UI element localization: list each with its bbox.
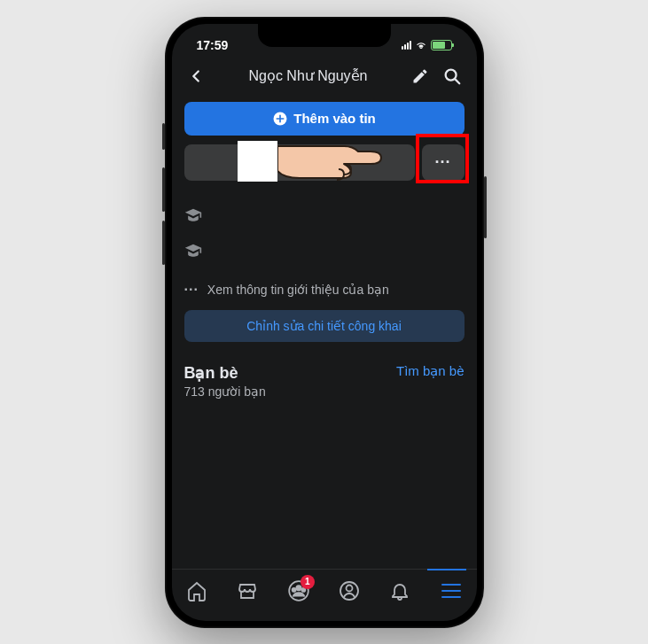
svg-point-4 — [292, 587, 295, 591]
find-friends-link[interactable]: Tìm bạn bè — [396, 363, 465, 379]
phone-side-button — [162, 221, 165, 265]
profile-content: Thêm vào tin C ··· — [172, 93, 477, 569]
friends-count: 713 người bạn — [184, 384, 266, 399]
secondary-actions-row: C ··· — [184, 144, 465, 181]
search-button[interactable] — [442, 66, 462, 86]
nav-menu[interactable] — [439, 578, 464, 603]
nav-marketplace[interactable] — [235, 578, 260, 603]
nav-home[interactable] — [184, 578, 209, 603]
svg-point-7 — [347, 585, 353, 591]
education-icon — [184, 207, 202, 225]
wifi-icon — [415, 39, 427, 51]
edit-profile-label: C — [303, 155, 312, 169]
dots-icon: ··· — [184, 282, 199, 298]
marketplace-icon — [237, 580, 258, 601]
more-options-button[interactable]: ··· — [422, 144, 465, 181]
nav-profile[interactable] — [337, 578, 362, 603]
phone-notch — [258, 24, 391, 47]
home-icon — [186, 580, 207, 601]
add-to-story-button[interactable]: Thêm vào tin — [184, 102, 465, 136]
phone-side-button — [484, 176, 487, 238]
add-to-story-label: Thêm vào tin — [293, 111, 376, 126]
nav-badge: 1 — [301, 575, 315, 589]
menu-icon — [441, 584, 461, 598]
plus-circle-icon — [272, 111, 288, 127]
education-item — [184, 198, 465, 234]
phone-screen: 17:59 Ngọc Như Nguyễn — [172, 24, 477, 621]
bell-icon — [389, 580, 410, 601]
view-intro-info-button[interactable]: ··· Xem thông tin giới thiệu của bạn — [184, 269, 465, 310]
friends-section: Bạn bè 713 người bạn Tìm bạn bè — [184, 363, 465, 399]
header: Ngọc Như Nguyễn — [172, 59, 477, 93]
more-dots-icon: ··· — [434, 153, 450, 172]
pencil-icon — [285, 156, 298, 168]
bottom-nav: 1 — [172, 569, 477, 621]
back-button[interactable] — [186, 66, 206, 86]
nav-active-indicator — [427, 569, 466, 570]
header-title: Ngọc Như Nguyễn — [248, 67, 367, 84]
education-icon — [184, 243, 202, 260]
phone-side-button — [162, 167, 165, 212]
status-time: 17:59 — [197, 38, 229, 52]
profile-icon — [339, 580, 360, 601]
svg-point-3 — [296, 586, 301, 590]
edit-profile-button[interactable]: C — [184, 144, 415, 181]
status-icons — [402, 39, 452, 51]
phone-side-button — [162, 123, 165, 150]
nav-notifications[interactable] — [387, 578, 412, 603]
phone-frame: 17:59 Ngọc Như Nguyễn — [165, 17, 484, 628]
edit-public-details-button[interactable]: Chỉnh sửa chi tiết công khai — [184, 310, 465, 342]
view-intro-label: Xem thông tin giới thiệu của bạn — [207, 283, 389, 297]
edit-icon-button[interactable] — [410, 66, 430, 86]
signal-icon — [402, 41, 411, 50]
education-item — [184, 234, 465, 269]
battery-icon — [431, 40, 452, 50]
edit-public-details-label: Chỉnh sửa chi tiết công khai — [246, 319, 402, 333]
nav-groups[interactable]: 1 — [286, 578, 311, 603]
friends-title: Bạn bè — [184, 363, 266, 383]
svg-point-0 — [446, 69, 457, 80]
